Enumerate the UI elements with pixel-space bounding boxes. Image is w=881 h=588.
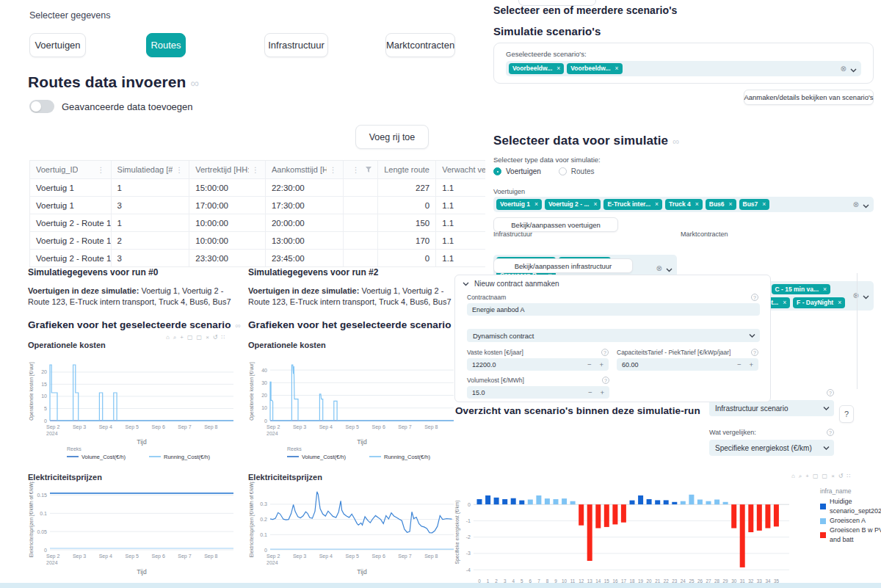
table-row[interactable]: Voertuig 2 - Route 123210:00:0013:00:001… xyxy=(30,232,485,250)
tab-infrastructuur[interactable]: Infrastructuur xyxy=(264,33,328,57)
op-cost-run0[interactable]: 05101520Sep 22024Sep 3Sep 4Sep 5Sep 6Sep… xyxy=(28,349,239,464)
column-header[interactable]: Simulatiedag [#]⋮ xyxy=(112,161,190,178)
tab-voertuigen[interactable]: Voertuigen xyxy=(29,33,86,57)
help-icon[interactable]: ? xyxy=(827,429,834,436)
modebar-icon[interactable]: ∷ xyxy=(847,473,851,479)
chip-close-icon[interactable]: × xyxy=(762,201,766,208)
table-cell[interactable]: 170 xyxy=(378,232,436,249)
chip-close-icon[interactable]: × xyxy=(615,65,619,72)
table-cell[interactable]: 22:30:00 xyxy=(266,179,344,196)
tab-routes[interactable]: Routes xyxy=(146,33,186,57)
chevron-down-icon[interactable] xyxy=(863,198,869,211)
clear-all-icon[interactable]: ⊗ xyxy=(841,65,846,73)
decrement-icon[interactable]: − xyxy=(737,360,742,369)
edit-infra-button[interactable]: Bekijk/aanpassen infrastructuur xyxy=(493,258,633,273)
column-menu-icon[interactable]: ⋮ xyxy=(352,166,360,174)
modebar-icon[interactable]: × xyxy=(206,335,209,341)
expander-header[interactable]: Nieuw contract aanmaken xyxy=(455,275,770,292)
increment-icon[interactable]: + xyxy=(599,360,603,369)
modebar-icon[interactable]: ⌂ xyxy=(166,335,170,341)
clear-all-icon[interactable]: ⊗ xyxy=(656,265,662,272)
elec-price-chart-run0[interactable]: 00.050.10.15Sep 22024Sep 3Sep 4Sep 5Sep … xyxy=(28,482,241,580)
chip-close-icon[interactable]: × xyxy=(655,201,659,208)
table-cell[interactable]: 15:00:00 xyxy=(189,179,266,196)
op-cost-run2[interactable]: 010203040Sep 22024Sep 3Sep 4Sep 5Sep 6Se… xyxy=(248,349,460,464)
legend-item[interactable]: Huidige scenario_sept2024 xyxy=(820,497,881,516)
capaciteit-input[interactable]: 60.00 −+ xyxy=(617,358,758,371)
legend-item[interactable]: Groeiscen B w PV and batt xyxy=(820,526,881,545)
bar-chart-legend[interactable]: infra_nameHuidige scenario_sept2024Groei… xyxy=(820,487,881,545)
compare-select[interactable]: Specifieke energiekost (€/km) xyxy=(709,440,834,456)
contract-name-input[interactable]: Energie aanbod A xyxy=(467,303,760,316)
modebar-icon[interactable]: ↺ xyxy=(213,335,218,341)
scenario-bar-chart[interactable]: 0-1-2-3-40123456789101112131415161718192… xyxy=(454,468,843,588)
chip-close-icon[interactable]: × xyxy=(823,286,827,293)
table-cell[interactable]: 1 xyxy=(112,179,190,196)
help-icon[interactable]: ? xyxy=(827,389,834,396)
radio-routes[interactable]: Routes xyxy=(559,167,595,175)
column-header[interactable]: Lengte route [km] xyxy=(378,161,436,178)
table-cell[interactable]: 20:00:00 xyxy=(266,214,344,231)
table-cell[interactable]: Voertuig 1 xyxy=(30,179,112,196)
column-menu-icon[interactable]: ⋮ xyxy=(98,166,105,174)
column-menu-icon[interactable]: ⋮ xyxy=(252,166,259,174)
modebar-icon[interactable]: ∷ xyxy=(222,335,225,341)
table-cell[interactable]: 17:30:00 xyxy=(266,197,344,214)
color-by-select[interactable]: Infrastructuur scenario xyxy=(709,400,834,416)
table-cell[interactable]: 3 xyxy=(112,197,190,214)
table-cell[interactable]: Voertuig 1 xyxy=(30,197,112,214)
modebar-icon[interactable]: ▢ xyxy=(187,335,193,341)
chevron-down-icon[interactable] xyxy=(863,289,869,302)
column-header[interactable]: Verwacht verbruik [k xyxy=(436,161,485,178)
column-menu-icon[interactable]: ⋮ xyxy=(330,166,337,174)
plotly-modebar[interactable]: ⌂⌕+▢▢×↺∷ xyxy=(166,335,225,341)
elec-price-run2[interactable]: 00.10.20.3Sep 22024Sep 3Sep 4Sep 5Sep 6S… xyxy=(248,482,460,577)
multiselect-chip[interactable]: Bus6× xyxy=(706,199,736,210)
multiselect-chip[interactable]: Bus7× xyxy=(739,199,770,210)
help-icon[interactable]: ? xyxy=(601,349,609,356)
column-header[interactable]: Vertrektijd [HH:MM]⋮ xyxy=(189,161,266,178)
help-button[interactable]: ? xyxy=(839,405,854,423)
chip-close-icon[interactable]: × xyxy=(729,201,733,208)
radio-voertuigen[interactable]: Voertuigen xyxy=(493,167,541,175)
chip-close-icon[interactable]: × xyxy=(783,300,786,306)
table-cell[interactable]: Voertuig 2 - Route 123 xyxy=(30,232,112,249)
table-row[interactable]: Voertuig 1115:00:0022:30:002271.1 xyxy=(30,179,485,197)
table-cell[interactable]: 13:00:00 xyxy=(266,232,344,249)
column-header[interactable]: Voertuig_ID⋮ xyxy=(30,161,112,178)
table-cell[interactable]: 1 xyxy=(112,214,190,231)
vaste-kosten-input[interactable]: 12200.0 −+ xyxy=(467,358,609,371)
table-cell[interactable] xyxy=(344,179,379,196)
table-cell[interactable]: 1.1 xyxy=(436,214,485,231)
table-cell[interactable]: 17:00:00 xyxy=(189,197,266,214)
chip-close-icon[interactable]: × xyxy=(556,65,560,72)
chevron-down-icon[interactable] xyxy=(850,62,857,76)
chip-close-icon[interactable]: × xyxy=(593,201,597,208)
column-header[interactable]: Aankomsttijd [HH:MM]⋮ xyxy=(266,161,344,178)
decrement-icon[interactable]: − xyxy=(588,388,592,396)
multiselect-chip[interactable]: Truck 4× xyxy=(665,199,703,210)
help-icon[interactable]: ? xyxy=(751,294,758,301)
advanced-data-toggle[interactable] xyxy=(29,100,54,113)
table-cell[interactable] xyxy=(344,197,379,214)
multiselect-chip[interactable]: Voertuig 2 - ...× xyxy=(545,199,601,210)
clear-all-icon[interactable]: ⊗ xyxy=(853,201,859,208)
edit-vehicles-button[interactable]: Bekijk/aanpassen voertuigen xyxy=(493,217,618,232)
table-cell[interactable] xyxy=(344,232,379,249)
table-cell[interactable]: 10:00:00 xyxy=(189,232,266,249)
table-cell[interactable]: 227 xyxy=(378,179,436,196)
multiselect-chip[interactable]: Voorbeeldw...× xyxy=(509,63,564,74)
data-editor-table[interactable]: Voertuig_ID⋮Simulatiedag [#]⋮Vertrektijd… xyxy=(29,160,485,267)
help-icon[interactable]: ? xyxy=(751,349,758,356)
op-cost-chart-run0[interactable]: 05101520Sep 22024Sep 3Sep 4Sep 5Sep 6Sep… xyxy=(28,349,241,467)
table-cell[interactable]: 10:00:00 xyxy=(189,214,266,231)
chip-close-icon[interactable]: × xyxy=(838,300,841,306)
help-icon[interactable]: ? xyxy=(602,377,609,384)
elec-price-chart-run2[interactable]: 00.10.20.3Sep 22024Sep 3Sep 4Sep 5Sep 6S… xyxy=(248,482,461,580)
chip-close-icon[interactable]: × xyxy=(695,201,699,208)
decrement-icon[interactable]: − xyxy=(587,360,592,369)
increment-icon[interactable]: + xyxy=(749,360,753,369)
table-row[interactable]: Voertuig 1317:00:0017:30:0001.1 xyxy=(30,197,485,214)
modebar-icon[interactable]: ▢ xyxy=(197,335,203,341)
tab-marktcontracten[interactable]: Marktcontracten xyxy=(385,33,455,57)
